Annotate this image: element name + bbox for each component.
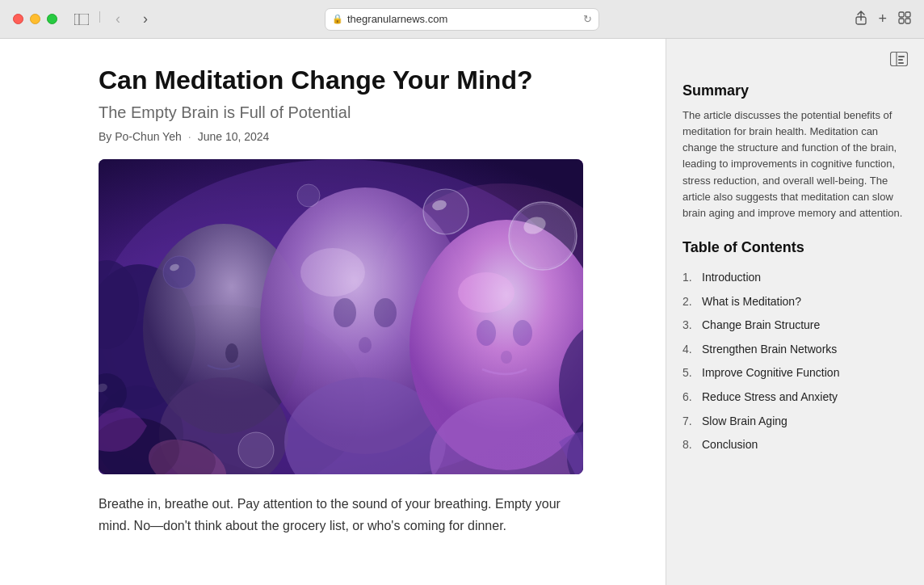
- svg-point-34: [423, 189, 468, 234]
- svg-point-31: [509, 202, 577, 270]
- new-tab-button[interactable]: +: [878, 11, 887, 27]
- toc-item[interactable]: 7.Slow Brain Aging: [682, 410, 908, 434]
- toc-item-label: Introduction: [702, 270, 761, 286]
- nav-buttons: ‹ ›: [70, 11, 157, 27]
- article-author: By Po-Chun Yeh: [99, 130, 182, 143]
- toc-item-number: 8.: [682, 437, 697, 453]
- svg-rect-0: [74, 14, 89, 25]
- svg-point-36: [163, 256, 195, 288]
- reader-sidebar: Summary The article discusses the potent…: [666, 39, 924, 585]
- back-button[interactable]: ‹: [107, 11, 129, 27]
- svg-point-27: [501, 351, 512, 364]
- toc-item-number: 3.: [682, 318, 697, 334]
- tab-manager-button[interactable]: [898, 11, 911, 27]
- svg-point-19: [334, 298, 356, 327]
- svg-rect-48: [898, 56, 905, 57]
- article-title: Can Meditation Change Your Mind?: [99, 65, 583, 95]
- svg-point-20: [374, 298, 397, 327]
- toc-item-label: Conclusion: [702, 437, 758, 453]
- toc-item[interactable]: 4.Strengthen Brain Networks: [682, 338, 908, 362]
- toc-item-number: 5.: [682, 365, 697, 381]
- toc-item[interactable]: 3.Change Brain Structure: [682, 314, 908, 338]
- toc-item-number: 4.: [682, 342, 697, 358]
- article-meta: By Po-Chun Yeh · June 10, 2024: [99, 130, 583, 143]
- svg-rect-50: [898, 62, 904, 64]
- article-body: Breathe in, breathe out. Pay attention t…: [99, 494, 583, 537]
- close-button[interactable]: [13, 14, 23, 24]
- titlebar: ‹ › 🔒 thegranularnews.com ↻ +: [0, 0, 924, 39]
- article-date: June 10, 2024: [198, 130, 270, 143]
- svg-rect-6: [905, 19, 910, 23]
- toc-heading: Table of Contents: [682, 239, 908, 256]
- article-subtitle: The Empty Brain is Full of Potential: [99, 103, 583, 122]
- maximize-button[interactable]: [47, 14, 57, 24]
- svg-rect-5: [899, 19, 904, 23]
- toc-list: 1.Introduction2.What is Meditation?3.Cha…: [682, 266, 908, 457]
- article-hero-image: [99, 159, 583, 474]
- meta-separator: ·: [188, 130, 191, 143]
- summary-heading: Summary: [682, 82, 908, 99]
- svg-rect-49: [898, 59, 903, 61]
- toc-item-number: 7.: [682, 414, 697, 430]
- toc-item[interactable]: 6.Reduce Stress and Anxiety: [682, 385, 908, 410]
- sidebar-close-button[interactable]: [890, 52, 908, 69]
- lock-icon: 🔒: [332, 14, 343, 24]
- summary-text: The article discusses the potential bene…: [682, 107, 908, 221]
- svg-point-21: [359, 337, 372, 353]
- toc-item-number: 2.: [682, 294, 697, 310]
- minimize-button[interactable]: [30, 14, 40, 24]
- svg-point-22: [300, 248, 365, 297]
- reload-button[interactable]: ↻: [583, 13, 592, 25]
- svg-rect-3: [899, 12, 904, 17]
- forward-button[interactable]: ›: [134, 11, 157, 27]
- toc-item-label: Slow Brain Aging: [702, 414, 788, 430]
- toc-item-label: Strengthen Brain Networks: [702, 342, 837, 358]
- svg-point-41: [297, 184, 320, 207]
- toc-item[interactable]: 1.Introduction: [682, 266, 908, 290]
- url-text: thegranularnews.com: [347, 13, 447, 25]
- svg-point-28: [458, 272, 514, 313]
- toc-item[interactable]: 8.Conclusion: [682, 433, 908, 457]
- article-inner: Can Meditation Change Your Mind? The Emp…: [50, 39, 615, 562]
- browser-content: Can Meditation Change Your Mind? The Emp…: [0, 39, 924, 585]
- sidebar-top-bar: [682, 52, 908, 69]
- address-bar[interactable]: 🔒 thegranularnews.com ↻: [325, 8, 599, 31]
- toc-item-number: 6.: [682, 389, 697, 406]
- toc-item-number: 1.: [682, 270, 697, 286]
- toc-item-label: Change Brain Structure: [702, 318, 820, 334]
- toc-item-label: Improve Cognitive Function: [702, 365, 839, 381]
- svg-point-26: [513, 320, 532, 346]
- toc-item-label: What is Meditation?: [702, 294, 801, 310]
- toc-item[interactable]: 2.What is Meditation?: [682, 290, 908, 314]
- svg-point-16: [225, 343, 238, 363]
- traffic-lights: [13, 14, 57, 24]
- toolbar-right: +: [855, 11, 911, 27]
- article-pane: Can Meditation Change Your Mind? The Emp…: [0, 39, 666, 585]
- toc-item-label: Reduce Stress and Anxiety: [702, 389, 838, 406]
- svg-point-42: [238, 432, 274, 468]
- toc-item[interactable]: 5.Improve Cognitive Function: [682, 361, 908, 385]
- share-button[interactable]: [855, 11, 867, 27]
- svg-point-25: [477, 320, 496, 346]
- svg-rect-4: [905, 12, 910, 17]
- sidebar-toggle-button[interactable]: [70, 11, 93, 27]
- address-bar-container: 🔒 thegranularnews.com ↻: [325, 8, 599, 31]
